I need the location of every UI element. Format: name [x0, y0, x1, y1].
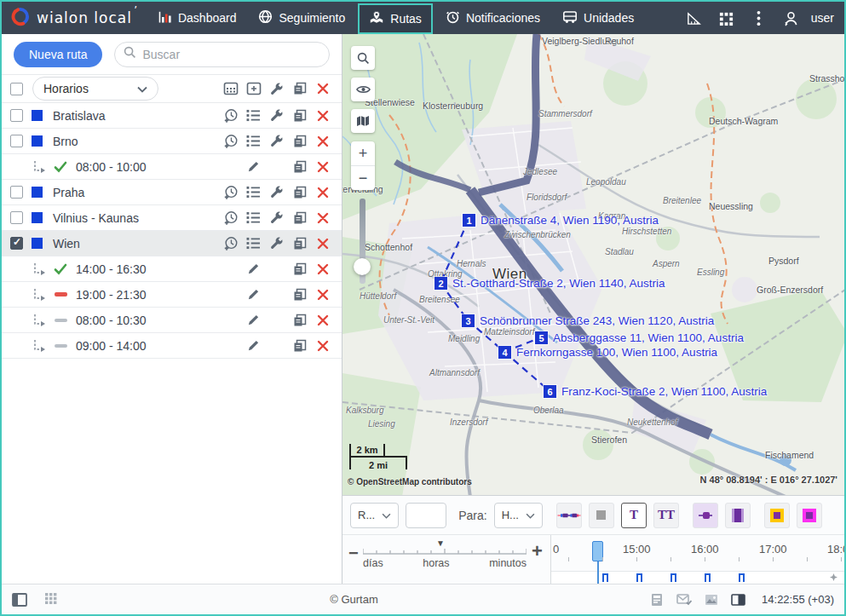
copy-icon[interactable]	[288, 154, 311, 180]
timeline-zoom-track[interactable]	[363, 547, 527, 556]
zoom-in-button[interactable]: +	[351, 141, 375, 166]
search-box[interactable]	[114, 42, 330, 67]
stops-list-icon[interactable]	[242, 180, 265, 205]
route-checkbox[interactable]	[10, 135, 23, 147]
wrench-icon[interactable]	[265, 129, 288, 154]
copy-icon[interactable]	[288, 129, 311, 154]
timeline-zoom-in[interactable]: +	[532, 542, 543, 561]
copy-icon[interactable]	[288, 333, 311, 359]
edit-pencil-icon[interactable]	[242, 333, 265, 359]
yellow-flag-icon[interactable]	[764, 503, 790, 528]
timeline-zoom-out[interactable]: −	[348, 544, 359, 561]
point-line-icon[interactable]	[693, 503, 718, 528]
delete-icon[interactable]	[311, 256, 334, 282]
copy-icon[interactable]	[288, 205, 311, 231]
delete-icon[interactable]	[311, 308, 334, 333]
app-logo[interactable]: wialon local	[2, 2, 147, 34]
route-row[interactable]: Praha	[2, 180, 342, 205]
stops-list-icon[interactable]	[242, 231, 265, 256]
tab-unidades[interactable]: Unidades	[551, 2, 645, 34]
delete-icon[interactable]	[311, 76, 334, 101]
delete-icon[interactable]	[311, 154, 334, 180]
add-schedule-icon[interactable]	[219, 231, 242, 256]
wrench-icon[interactable]	[265, 103, 288, 129]
zoom-out-button[interactable]: −	[351, 166, 375, 190]
route-point[interactable]: 3Schönbrunner Straße 243, Wien 1120, Aus…	[462, 314, 475, 327]
route-row[interactable]: Brno	[2, 129, 342, 154]
copy-icon[interactable]	[288, 308, 311, 333]
image-icon[interactable]	[705, 594, 718, 606]
stops-list-icon[interactable]	[242, 129, 265, 154]
edit-pencil-icon[interactable]	[242, 154, 265, 180]
group-selector[interactable]: Horarios	[32, 77, 158, 101]
new-route-button[interactable]: Nueva ruta	[14, 42, 102, 67]
schedule-row[interactable]: 08:00 - 10:30	[2, 308, 342, 333]
copy-icon[interactable]	[288, 231, 311, 256]
add-schedule-icon[interactable]	[219, 103, 242, 129]
schedule-row[interactable]: 08:00 - 10:00	[2, 154, 342, 180]
route-checkbox[interactable]	[10, 211, 23, 224]
delete-icon[interactable]	[311, 103, 334, 129]
select-all-checkbox[interactable]	[10, 83, 23, 95]
user-icon[interactable]	[777, 2, 806, 34]
username-label[interactable]: user	[811, 11, 834, 25]
route-row[interactable]: Bratislava	[2, 103, 342, 129]
kebab-menu-icon[interactable]	[745, 2, 774, 34]
add-schedule-icon[interactable]	[219, 129, 242, 154]
report-icon[interactable]	[650, 593, 664, 607]
tab-notificaciones[interactable]: Notificaciones	[435, 2, 551, 34]
stops-list-icon[interactable]	[242, 103, 265, 129]
tab-seguimiento[interactable]: Seguimiento	[247, 2, 356, 34]
route-row[interactable]: Vilnius - Kaunas	[2, 205, 342, 231]
track-segments-icon[interactable]	[556, 503, 582, 528]
timeline-value-input[interactable]	[406, 503, 446, 528]
map-layers-button[interactable]	[351, 109, 375, 133]
edit-pencil-icon[interactable]	[242, 256, 265, 282]
edit-pencil-icon[interactable]	[242, 308, 265, 333]
mail-check-icon[interactable]	[676, 593, 692, 606]
route-row[interactable]: Wien	[2, 231, 342, 256]
map-visibility-button[interactable]	[351, 78, 375, 101]
route-checkbox[interactable]	[10, 109, 23, 122]
route-point[interactable]: 1Dänenstraße 4, Wien 1190, Austria	[463, 214, 475, 227]
tab-dashboard[interactable]: Dashboard	[147, 2, 248, 34]
schedule-row[interactable]: 09:00 - 14:00	[2, 333, 342, 359]
book-icon[interactable]	[731, 594, 745, 606]
timeline-hours[interactable]: 015:0016:0017:0018:0	[551, 535, 844, 584]
route-checkbox[interactable]	[10, 186, 23, 199]
stops-list-icon[interactable]	[242, 205, 265, 231]
route-point[interactable]: 6Franz-Koci-Straße 2, Wien 1100, Austria	[544, 385, 556, 398]
timeline-zoom-handle[interactable]: ▼	[436, 538, 445, 548]
calendar-icon[interactable]	[219, 76, 242, 101]
map-canvas[interactable]: Veiglberg-SiedlungReuhofStrasshof an dDe…	[342, 34, 844, 496]
add-schedule-icon[interactable]	[219, 180, 242, 205]
edit-pencil-icon[interactable]	[242, 282, 265, 308]
collapse-panel-icon[interactable]	[12, 593, 27, 607]
magenta-flag-icon[interactable]	[797, 503, 822, 528]
route-select[interactable]: R...	[350, 503, 399, 528]
delete-icon[interactable]	[311, 205, 334, 231]
route-point[interactable]: 2St.-Gotthard-Straße 2, Wien 1140, Austr…	[435, 277, 447, 290]
route-point[interactable]: 4Fernkorngasse 100, Wien 1100, Austria	[498, 346, 511, 359]
apps-grid-icon[interactable]	[712, 2, 741, 34]
copy-icon[interactable]	[288, 180, 311, 205]
ruler-icon[interactable]	[680, 2, 709, 34]
route-checkbox[interactable]	[10, 237, 23, 250]
text-t-icon[interactable]: T	[621, 503, 647, 528]
delete-icon[interactable]	[311, 282, 334, 308]
grid-dots-icon[interactable]	[44, 593, 58, 607]
wrench-icon[interactable]	[265, 76, 288, 101]
cyan-pin-icon[interactable]	[836, 503, 846, 528]
route-point[interactable]: 5Absberggasse 11, Wien 1100, Austria	[535, 331, 548, 344]
wrench-icon[interactable]	[265, 180, 288, 205]
unit-select[interactable]: H...	[494, 503, 543, 528]
schedule-row[interactable]: 14:00 - 16:30	[2, 256, 342, 282]
search-input[interactable]	[142, 48, 320, 61]
copy-icon[interactable]	[288, 76, 311, 101]
zoom-slider-handle[interactable]	[354, 258, 371, 275]
copy-icon[interactable]	[288, 103, 311, 129]
wrench-icon[interactable]	[265, 231, 288, 256]
tab-rutas[interactable]: Rutas	[358, 3, 433, 34]
delete-icon[interactable]	[311, 129, 334, 154]
map-search-button[interactable]	[351, 46, 375, 70]
